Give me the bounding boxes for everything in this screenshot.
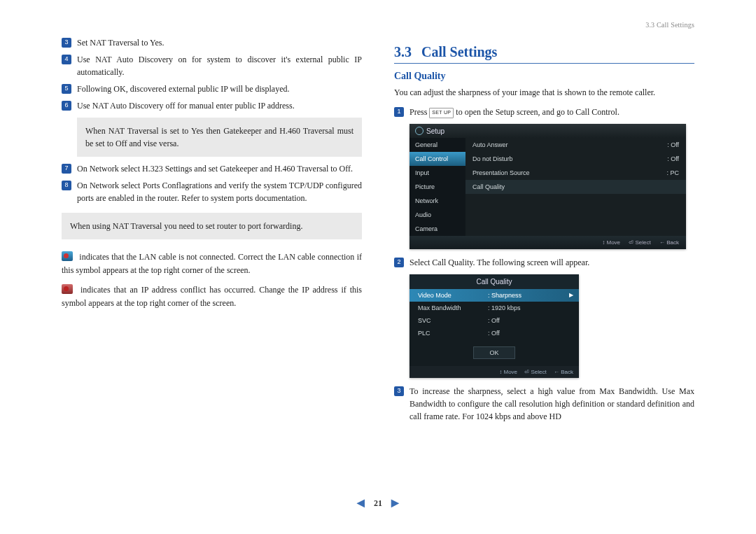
sidebar-item-input: Input bbox=[410, 166, 465, 180]
info-text: indicates that an IP address conflict ha… bbox=[62, 285, 362, 308]
sidebar-item-network: Network bbox=[410, 194, 465, 208]
list-item: 2 Select Call Quality. The following scr… bbox=[394, 256, 694, 269]
setup-key-icon: SET UP bbox=[429, 108, 454, 118]
sidebar-item-audio: Audio bbox=[410, 208, 465, 222]
right-column: 3.3 Call Settings 3.3 Call Settings Call… bbox=[394, 21, 694, 427]
setup-row: Auto AnswerOff bbox=[465, 138, 686, 152]
setup-row: Presentation SourcePC bbox=[465, 166, 686, 180]
cq-row-svc: SVCOff bbox=[410, 314, 579, 327]
step-badge-2: 2 bbox=[394, 258, 404, 267]
setup-footer: ↕ Move ⏎ Select ← Back bbox=[410, 236, 686, 249]
page-footer: ◀ 21 ▶ bbox=[0, 497, 756, 509]
cq-row-video-mode: Video ModeSharpness bbox=[410, 289, 579, 302]
list-item: 8 On Network select Ports Conflagrations… bbox=[62, 179, 362, 204]
step-badge-3: 3 bbox=[62, 38, 71, 48]
sidebar-item-call-control: Call Control bbox=[410, 152, 465, 166]
hint-move: ↕ Move bbox=[602, 239, 620, 246]
section-number: 3.3 bbox=[394, 44, 412, 60]
list-item: 3 Set NAT Traversal to Yes. bbox=[62, 36, 362, 49]
step-text: On Network select H.323 Settings and set… bbox=[77, 162, 362, 175]
call-quality-title: Call Quality bbox=[410, 274, 579, 289]
ok-button: OK bbox=[473, 346, 515, 359]
step-text: Use NAT Auto Discovery on for system to … bbox=[77, 53, 362, 78]
info-paragraph: indicates that an IP address conflict ha… bbox=[62, 283, 362, 311]
step1-prefix: Press bbox=[410, 107, 429, 117]
note-box: When using NAT Traversal you need to set… bbox=[62, 213, 362, 239]
step-text: Press SET UP to open the Setup screen, a… bbox=[410, 106, 694, 118]
setup-row: Do not DisturbOff bbox=[465, 152, 686, 166]
setup-row-call-quality: Call Quality bbox=[465, 180, 686, 194]
intro-text: You can adjust the sharpness of your ima… bbox=[394, 86, 694, 99]
list-item: 7 On Network select H.323 Settings and s… bbox=[62, 162, 362, 175]
list-item: 1 Press SET UP to open the Setup screen,… bbox=[394, 106, 694, 118]
section-heading: 3.3 Call Settings bbox=[394, 44, 694, 64]
note-box: When NAT Traversal is set to Yes then Ga… bbox=[77, 118, 362, 157]
info-paragraph: indicates that the LAN cable is not conn… bbox=[62, 251, 362, 278]
page-number: 21 bbox=[374, 498, 382, 508]
step-text: Set NAT Traversal to Yes. bbox=[77, 36, 362, 49]
step-badge-5: 5 bbox=[62, 84, 71, 94]
sidebar-item-general: General bbox=[410, 138, 465, 152]
hint-move: ↕ Move bbox=[499, 369, 517, 375]
step-badge-3r: 3 bbox=[394, 386, 404, 396]
cq-row-plc: PLCOff bbox=[410, 327, 579, 339]
step-text: To increase the sharpness, select a high… bbox=[410, 385, 694, 423]
hint-back: ← Back bbox=[554, 369, 573, 375]
next-page-icon[interactable]: ▶ bbox=[391, 498, 399, 508]
setup-screenshot-header: Setup bbox=[410, 124, 686, 138]
cq-footer: ↕ Move ⏎ Select ← Back bbox=[410, 366, 579, 378]
hint-select: ⏎ Select bbox=[629, 239, 650, 246]
left-column: 3 Set NAT Traversal to Yes. 4 Use NAT Au… bbox=[62, 21, 362, 427]
step-badge-7: 7 bbox=[62, 164, 71, 174]
step-badge-4: 4 bbox=[62, 55, 71, 64]
prev-page-icon[interactable]: ◀ bbox=[357, 498, 365, 508]
setup-screenshot: Setup General Call Control Input Picture… bbox=[410, 124, 686, 249]
running-header: 3.3 Call Settings bbox=[394, 21, 694, 29]
info-text: indicates that the LAN cable is not conn… bbox=[62, 252, 362, 275]
list-item: 3 To increase the sharpness, select a hi… bbox=[394, 385, 694, 423]
subsection-heading: Call Quality bbox=[394, 71, 694, 82]
list-item: 5 Following OK, discovered external publ… bbox=[62, 83, 362, 95]
list-item: 6 Use NAT Auto Discovery off for manual … bbox=[62, 99, 362, 112]
step-text: On Network select Ports Conflagrations a… bbox=[77, 179, 362, 204]
setup-sidebar: General Call Control Input Picture Netwo… bbox=[410, 138, 465, 236]
gear-icon bbox=[415, 127, 424, 135]
step-text: Following OK, discovered external public… bbox=[77, 83, 362, 95]
step-badge-6: 6 bbox=[62, 101, 71, 111]
ip-conflict-icon bbox=[62, 284, 73, 294]
hint-select: ⏎ Select bbox=[524, 369, 546, 375]
sidebar-item-camera: Camera bbox=[410, 222, 465, 236]
setup-main-panel: Auto AnswerOff Do not DisturbOff Present… bbox=[465, 138, 686, 236]
setup-title: Setup bbox=[426, 127, 444, 135]
section-title: Call Settings bbox=[421, 44, 497, 60]
step-badge-1: 1 bbox=[394, 107, 404, 117]
call-quality-screenshot: Call Quality Video ModeSharpness Max Ban… bbox=[410, 274, 579, 378]
hint-back: ← Back bbox=[659, 239, 679, 246]
step-text: Select Call Quality. The following scree… bbox=[410, 256, 694, 269]
lan-disconnected-icon bbox=[62, 251, 73, 261]
list-item: 4 Use NAT Auto Discovery on for system t… bbox=[62, 53, 362, 78]
cq-row-max-bandwidth: Max Bandwidth1920 kbps bbox=[410, 302, 579, 314]
step-badge-8: 8 bbox=[62, 181, 71, 190]
sidebar-item-picture: Picture bbox=[410, 180, 465, 194]
step-text: Use NAT Auto Discovery off for manual en… bbox=[77, 99, 362, 112]
step1-suffix: to open the Setup screen, and go to Call… bbox=[454, 107, 620, 117]
